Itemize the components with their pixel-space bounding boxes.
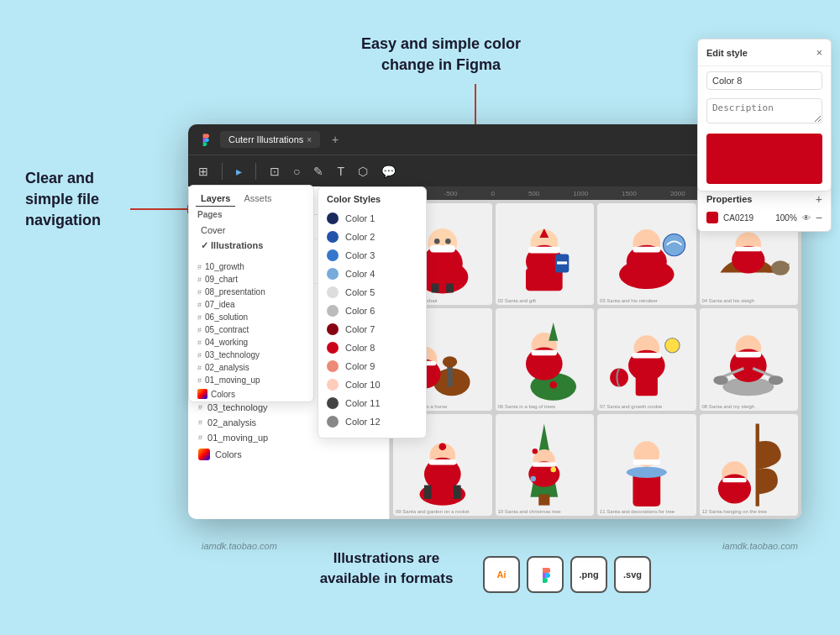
select-tool-icon[interactable]: ▸ [236,165,242,178]
santa-label-4: 04 Santa and his sleigh [702,298,754,303]
cs-item-1[interactable]: Color 1 [318,209,426,228]
svg-point-64 [551,467,557,473]
grid-tool-icon[interactable]: ⊞ [198,165,208,178]
santa-card-11: 11 Santa and decorations for tree [597,414,696,516]
cs-item-11[interactable]: Color 11 [318,394,426,412]
colors-item[interactable]: Colors [188,445,389,464]
toolbar-divider [222,163,223,180]
figma-logo-icon [197,131,213,148]
cs-item-12[interactable]: Color 12 [318,412,426,431]
pen-tool-icon[interactable]: ✎ [313,165,323,178]
watermark-right: iamdk.taobao.com [722,541,798,551]
svg-rect-59 [539,494,550,505]
eye-icon[interactable]: 👁 [802,213,811,223]
format-icon-svg: .svg [614,556,651,593]
cs-dot-3 [327,249,339,261]
svg-rect-55 [424,485,432,498]
svg-rect-74 [723,478,747,482]
svg-point-32 [443,357,457,368]
cs-item-4[interactable]: Color 4 [318,265,426,283]
color-styles-header: Color Styles [318,194,426,209]
canvas-area[interactable]: -1000-5000500100015002000 01 San [390,186,801,519]
tab-plus-button[interactable]: + [327,129,344,150]
inner-layer-04[interactable]: # 04_working [189,336,313,349]
inner-layer-07[interactable]: # 07_idea [189,298,313,311]
comment-tool-icon[interactable]: 💬 [381,165,396,178]
properties-panel: Properties + CA0219 100% 👁 − [697,185,832,232]
hash-icon: # [197,288,202,297]
inner-colors-item[interactable]: Colors [189,386,313,401]
properties-panel-title: Properties [706,194,752,204]
svg-point-21 [663,234,685,256]
cs-item-2[interactable]: Color 2 [318,228,426,246]
cs-dot-7 [327,323,339,335]
svg-point-1 [205,134,209,139]
inner-layer-02[interactable]: # 02_analysis [189,361,313,374]
hash-icon: # [197,263,202,271]
santa-label-12: 12 Santa hanging on the tree [702,509,767,514]
santa-card-10: 10 Santa and christmas tree [496,414,595,516]
inner-layer-05[interactable]: # 05_contract [189,323,313,336]
inner-layer-01[interactable]: # 01_moving_up [189,374,313,386]
cs-dot-2 [327,231,339,243]
hash-icon: # [197,326,202,334]
inner-layer-06[interactable]: # 06_solution [189,311,313,323]
svg-rect-36 [532,350,558,356]
hash-icon: # [197,313,202,322]
cs-dot-1 [327,213,339,224]
properties-color-swatch[interactable] [706,212,718,223]
svg-rect-15 [558,261,568,264]
cs-item-8[interactable]: Color 8 [318,338,426,357]
format-icon-figma [527,556,564,593]
inner-page-illustrations[interactable]: Illustrations [189,238,313,254]
format-icon-png: .png [570,556,607,593]
text-tool-icon[interactable]: T [337,165,344,178]
cs-dot-6 [327,305,339,317]
cs-item-3[interactable]: Color 3 [318,246,426,265]
cs-dot-10 [327,379,339,391]
toolbar-divider-2 [255,163,256,180]
santa-card-2: 02 Santa and gift [496,203,595,305]
edit-style-close-button[interactable]: × [816,46,822,59]
cs-item-6[interactable]: Color 6 [318,302,426,320]
svg-point-0 [545,568,550,573]
cs-dot-11 [327,397,339,409]
inner-layer-10[interactable]: # 10_growth [189,260,313,273]
svg-point-43 [610,369,628,387]
active-tab[interactable]: Cuterr Illustrations × [220,131,320,148]
inner-layer-03[interactable]: # 03_technology [189,349,313,361]
svg-point-44 [665,338,680,353]
inner-page-cover[interactable]: Cover [189,223,313,238]
hash-icon: # [198,433,202,442]
inner-layer-09[interactable]: # 09_chart [189,273,313,286]
cs-dot-8 [327,342,339,354]
svg-rect-48 [736,352,762,358]
inner-tab-layers[interactable]: Layers [196,191,235,207]
component-tool-icon[interactable]: ⬡ [358,165,368,178]
format-icons: Ai .png .svg [483,556,651,593]
properties-remove-button[interactable]: − [816,211,822,224]
svg-rect-69 [633,459,660,465]
properties-color-row: CA0219 100% 👁 − [706,211,822,224]
hash-icon: # [197,276,202,284]
cs-item-5[interactable]: Color 5 [318,283,426,302]
cs-item-10[interactable]: Color 10 [318,375,426,394]
shape-tool-icon[interactable]: ○ [293,165,300,178]
santa-card-3: 03 Santa and his reindeer [597,203,696,305]
cs-item-7[interactable]: Color 7 [318,320,426,338]
hash-icon: # [197,351,202,359]
edit-style-name-input[interactable] [706,71,822,90]
cs-item-9[interactable]: Color 9 [318,357,426,375]
hash-icon: # [198,418,202,427]
inner-tab-assets[interactable]: Assets [239,191,276,207]
bottom-annotation: Illustrations areavailable in formats [302,548,470,589]
properties-add-button[interactable]: + [816,192,822,206]
edit-style-description-input[interactable] [706,98,822,123]
svg-point-25 [772,260,790,275]
left-annotation-text: Clear andsimple filenavigation [25,170,101,228]
properties-opacity-value: 100% [775,213,797,223]
santa-label-10: 10 Santa and christmas tree [498,509,561,514]
frame-tool-icon[interactable]: ⊡ [270,165,280,178]
edit-style-popup: Edit style × [697,39,832,192]
inner-layer-08[interactable]: # 08_presentation [189,286,313,298]
